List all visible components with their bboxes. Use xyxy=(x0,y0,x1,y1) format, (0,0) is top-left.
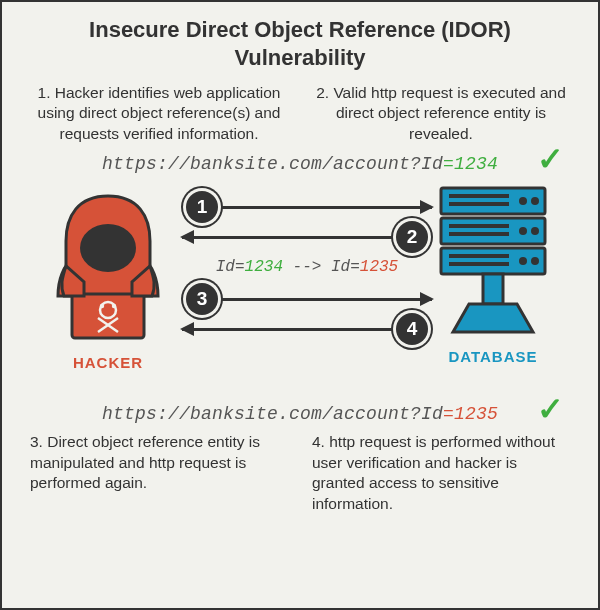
svg-rect-11 xyxy=(449,202,509,206)
arrow-4: 4 xyxy=(182,314,432,344)
id-change-v2: 1235 xyxy=(360,258,398,276)
database-figure: DATABASE xyxy=(418,180,568,365)
url-row-1: https://banksite.com/account?Id=1234 ✓ xyxy=(2,144,598,174)
url-1: https://banksite.com/account?Id=1234 xyxy=(102,154,498,174)
database-label: DATABASE xyxy=(418,348,568,365)
svg-point-3 xyxy=(100,304,104,308)
diagram-main: HACKER DATABASE 1 xyxy=(2,180,598,390)
arrow-3: 3 xyxy=(182,284,432,314)
arrow-2-shaft xyxy=(182,236,392,239)
svg-rect-15 xyxy=(449,232,509,236)
database-icon xyxy=(423,180,563,340)
url-1-eq: = xyxy=(443,154,454,174)
bottom-steps: 3. Direct object reference entity is man… xyxy=(2,424,598,514)
url-2: https://banksite.com/account?Id=1235 xyxy=(102,404,498,424)
svg-rect-18 xyxy=(449,254,509,258)
arrow-2: 2 xyxy=(182,222,432,252)
hacker-figure: HACKER xyxy=(38,186,178,371)
svg-point-13 xyxy=(531,197,539,205)
svg-point-16 xyxy=(519,227,527,235)
badge-4: 4 xyxy=(396,313,428,345)
step-1: 1. Hacker identifies web application usi… xyxy=(30,83,288,144)
svg-rect-9 xyxy=(441,248,545,274)
svg-rect-14 xyxy=(449,224,509,228)
check-icon: ✓ xyxy=(537,140,564,178)
svg-rect-8 xyxy=(441,218,545,244)
url-2-eq: = xyxy=(443,404,454,424)
svg-point-21 xyxy=(531,257,539,265)
svg-rect-10 xyxy=(449,194,509,198)
svg-rect-7 xyxy=(441,188,545,214)
arrows-group: 1 2 Id=1234 --> Id=1235 3 4 xyxy=(182,192,432,344)
id-change-row: Id=1234 --> Id=1235 xyxy=(182,252,432,284)
svg-point-4 xyxy=(112,304,116,308)
arrow-3-shaft xyxy=(222,298,432,301)
step-2: 2. Valid http request is executed and di… xyxy=(312,83,570,144)
hacker-label: HACKER xyxy=(38,354,178,371)
url-row-2: https://banksite.com/account?Id=1235 ✓ xyxy=(2,394,598,424)
svg-rect-22 xyxy=(483,274,503,304)
step-4: 4. http request is performed without use… xyxy=(312,432,570,514)
svg-point-12 xyxy=(519,197,527,205)
id-change-p2: Id= xyxy=(331,258,360,276)
check-icon: ✓ xyxy=(537,390,564,428)
arrow-1: 1 xyxy=(182,192,432,222)
id-change-arrow: --> xyxy=(283,258,331,276)
arrow-1-shaft xyxy=(222,206,432,209)
arrow-4-shaft xyxy=(182,328,392,331)
url-2-base: https://banksite.com/account?Id xyxy=(102,404,443,424)
url-2-id: 1235 xyxy=(454,404,498,424)
badge-2: 2 xyxy=(396,221,428,253)
diagram-title: Insecure Direct Object Reference (IDOR) … xyxy=(2,2,598,77)
svg-point-20 xyxy=(519,257,527,265)
svg-point-17 xyxy=(531,227,539,235)
svg-point-0 xyxy=(80,224,136,272)
top-steps: 1. Hacker identifies web application usi… xyxy=(2,77,598,144)
badge-3: 3 xyxy=(186,283,218,315)
svg-rect-19 xyxy=(449,262,509,266)
step-3: 3. Direct object reference entity is man… xyxy=(30,432,288,514)
badge-1: 1 xyxy=(186,191,218,223)
id-change-v1: 1234 xyxy=(245,258,283,276)
hacker-icon xyxy=(38,186,178,346)
svg-rect-1 xyxy=(72,294,144,338)
url-1-id: 1234 xyxy=(454,154,498,174)
id-change-p1: Id= xyxy=(216,258,245,276)
url-1-base: https://banksite.com/account?Id xyxy=(102,154,443,174)
